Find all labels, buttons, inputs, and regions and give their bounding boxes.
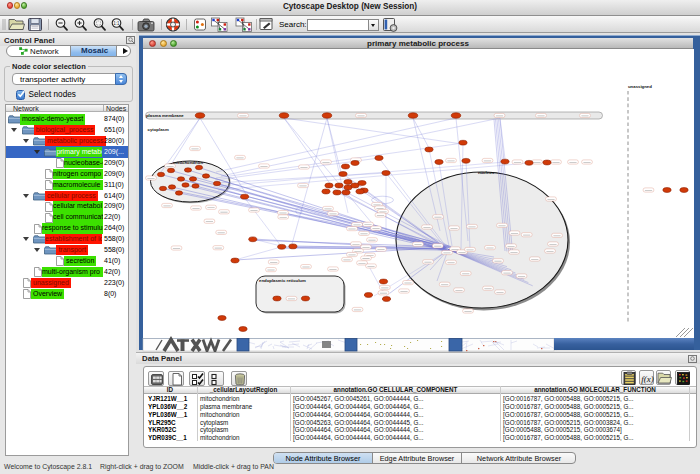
svg-text:f(x): f(x) — [641, 373, 654, 383]
svg-text:plasma membrane: plasma membrane — [146, 113, 184, 118]
svg-text:1:1: 1:1 — [113, 21, 120, 26]
svg-text:unassigned: unassigned — [628, 84, 652, 89]
svg-text:nucleus: nucleus — [478, 170, 495, 175]
svg-text:endoplasmic reticulum: endoplasmic reticulum — [259, 278, 306, 283]
svg-text:cytoplasm: cytoplasm — [148, 127, 169, 132]
svg-text:mitochondrion: mitochondrion — [173, 160, 203, 165]
